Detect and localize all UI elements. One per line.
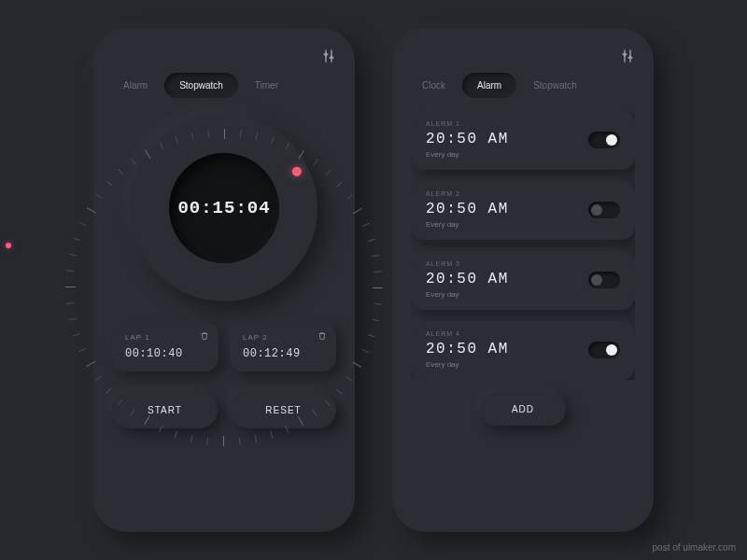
lap-label: LAP 2 [243, 333, 323, 342]
lap-time: 00:10:40 [125, 347, 205, 360]
trash-icon[interactable] [200, 331, 209, 341]
tab-alarm[interactable]: Alarm [112, 73, 159, 98]
phone-stopwatch: AlarmStopwatchTimer 00:15:04 LAP 1 00:10… [93, 28, 355, 532]
stopwatch-dial: 00:15:04 [131, 115, 317, 301]
alarm-label: ALERM 3 [426, 260, 588, 267]
tab-timer[interactable]: Timer [244, 73, 289, 98]
alarm-repeat: Every day [426, 220, 588, 229]
alarm-list: ALERM 1 20:50 AM Every day ALERM 2 20:50… [411, 111, 635, 380]
lap-time: 00:12:49 [243, 347, 323, 360]
tab-stopwatch[interactable]: Stopwatch [522, 73, 588, 98]
tab-stopwatch[interactable]: Stopwatch [164, 73, 238, 98]
add-button[interactable]: ADD [480, 393, 566, 426]
alarm-info: ALERM 1 20:50 AM Every day [426, 120, 588, 159]
lap-label: LAP 1 [125, 333, 205, 342]
svg-point-3 [629, 55, 632, 58]
alarm-label: ALERM 4 [426, 330, 588, 337]
phone-alarm: ClockAlarmStopwatch ALERM 1 20:50 AM Eve… [392, 28, 654, 532]
sliders-icon[interactable] [620, 49, 635, 63]
alarm-toggle[interactable] [588, 272, 620, 288]
lap-card: LAP 2 00:12:49 [230, 322, 336, 371]
alarm-card: ALERM 1 20:50 AM Every day [411, 111, 635, 170]
tabs-right: ClockAlarmStopwatch [411, 73, 635, 98]
alarm-toggle[interactable] [588, 342, 620, 358]
tab-alarm[interactable]: Alarm [462, 73, 516, 98]
laps-row: LAP 1 00:10:40 LAP 2 00:12:49 [112, 322, 336, 371]
alarm-repeat: Every day [426, 290, 588, 299]
alarm-toggle[interactable] [588, 132, 620, 148]
alarm-repeat: Every day [426, 360, 588, 369]
decorative-dot [6, 243, 11, 248]
alarm-time: 20:50 AM [426, 271, 588, 287]
svg-point-1 [331, 55, 333, 58]
trash-icon[interactable] [317, 331, 327, 341]
credit-text: post of uimaker.com [653, 542, 736, 553]
dial-face: 00:15:04 [169, 153, 279, 263]
alarm-time: 20:50 AM [426, 131, 588, 147]
sliders-icon[interactable] [321, 49, 336, 63]
alarm-label: ALERM 2 [426, 190, 588, 197]
reset-button[interactable]: RESET [231, 392, 336, 428]
tabs-left: AlarmStopwatchTimer [112, 73, 336, 98]
start-button[interactable]: START [112, 392, 218, 428]
alarm-card: ALERM 3 20:50 AM Every day [411, 251, 635, 310]
alarm-card: ALERM 4 20:50 AM Every day [411, 321, 635, 380]
alarm-toggle[interactable] [588, 202, 620, 218]
tab-clock[interactable]: Clock [411, 73, 457, 98]
lap-card: LAP 1 00:10:40 [112, 322, 218, 371]
alarm-card: ALERM 2 20:50 AM Every day [411, 181, 635, 240]
svg-point-2 [624, 54, 627, 57]
alarm-repeat: Every day [426, 150, 588, 159]
stopwatch-time: 00:15:04 [177, 198, 270, 218]
alarm-info: ALERM 4 20:50 AM Every day [426, 330, 588, 369]
alarm-label: ALERM 1 [426, 120, 588, 127]
alarm-time: 20:50 AM [426, 341, 588, 357]
alarm-info: ALERM 2 20:50 AM Every day [426, 190, 588, 229]
svg-point-0 [325, 54, 328, 57]
alarm-info: ALERM 3 20:50 AM Every day [426, 260, 588, 299]
alarm-time: 20:50 AM [426, 201, 588, 217]
